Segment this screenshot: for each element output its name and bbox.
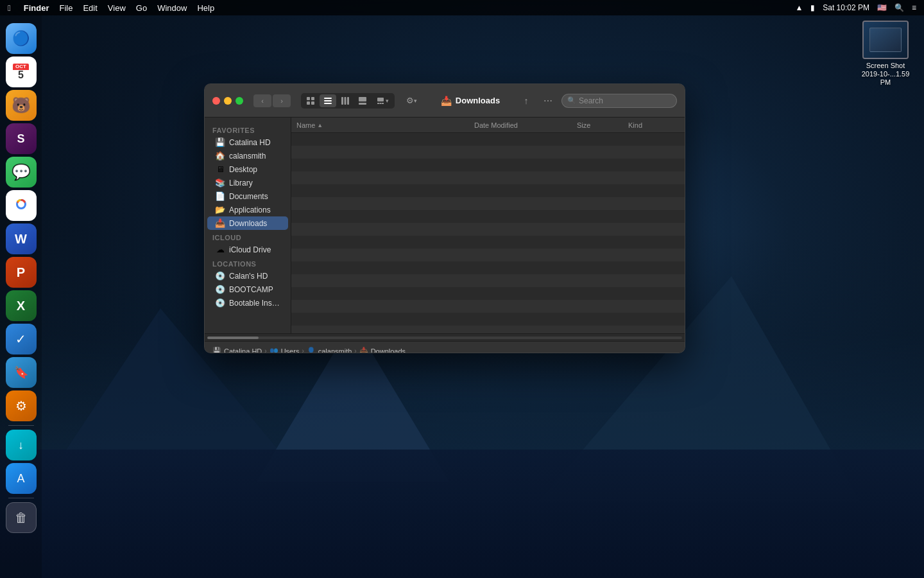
menubar-app-name[interactable]: Finder (24, 3, 49, 13)
control-center-icon[interactable]: ≡ (912, 3, 916, 12)
menubar-view[interactable]: View (108, 3, 126, 13)
word-icon: W (15, 232, 27, 247)
dock-item-excel[interactable]: X (6, 290, 37, 321)
desktop-icon-screenshot[interactable]: Screen Shot 2019-10-...1.59 PM (860, 21, 911, 87)
table-row (291, 210, 685, 223)
settings-button[interactable]: ⚙ ▾ (400, 94, 423, 107)
sidebar-item-icloud-drive[interactable]: ☁ iCloud Drive (207, 243, 288, 256)
menubar-help[interactable]: Help (197, 3, 214, 13)
bookmarks-icon: 🔖 (14, 365, 28, 380)
search-placeholder: Search (579, 96, 603, 105)
sidebar-item-applications[interactable]: 📂 Applications (207, 203, 288, 216)
dock-item-messages[interactable]: 💬 (6, 157, 37, 188)
excel-icon: X (17, 299, 25, 313)
svg-rect-4 (311, 97, 314, 100)
menubar-left:  Finder File Edit View Go Window Help (8, 3, 214, 13)
cover-flow-button[interactable] (354, 94, 371, 107)
search-menubar-icon[interactable]: 🔍 (894, 3, 904, 12)
dock-item-powerpoint[interactable]: P (6, 257, 37, 288)
dock-item-blender[interactable]: ⚙ (6, 390, 37, 421)
apple-menu[interactable]:  (8, 3, 11, 13)
breadcrumb-arrow-3: › (354, 347, 356, 353)
table-row (291, 133, 685, 146)
tag-button[interactable]: ⋯ (540, 94, 556, 107)
close-button[interactable] (212, 97, 220, 105)
table-row (291, 146, 685, 159)
size-column-header[interactable]: Size (577, 121, 628, 129)
battery-icon: ▮ (810, 3, 815, 12)
menubar-clock: Sat 10:02 PM (823, 3, 869, 12)
sidebar-item-calansmith[interactable]: 🏠 calansmith (207, 149, 288, 162)
kind-column-header[interactable]: Kind (628, 121, 680, 129)
disk-icon: 💿 (215, 271, 225, 281)
icloud-icon: ☁ (215, 245, 225, 254)
name-column-header[interactable]: Name ▲ (296, 121, 474, 129)
downloads-folder-icon: 📥 (441, 96, 452, 106)
menubar-go[interactable]: Go (136, 3, 147, 13)
catalina-hd-breadcrumb-icon: 💾 (212, 347, 221, 353)
breadcrumb-calansmith[interactable]: 👤 calansmith (307, 347, 352, 353)
dock-item-bear[interactable]: 🐻 (6, 90, 37, 121)
menubar-edit[interactable]: Edit (83, 3, 97, 13)
maximize-button[interactable] (235, 97, 243, 105)
sidebar-item-downloads[interactable]: 📥 Downloads (207, 216, 288, 230)
share-button[interactable]: ↑ (518, 94, 535, 107)
home-icon: 🏠 (215, 151, 225, 161)
list-view-button[interactable] (320, 94, 336, 107)
table-row (291, 197, 685, 210)
dock-item-trash[interactable]: 🗑 (6, 502, 37, 533)
dock-separator-2 (8, 498, 34, 498)
dock: 🔵 OCT 5 🐻 S 💬 (0, 15, 42, 578)
icon-view-button[interactable] (302, 94, 319, 107)
sidebar-item-calans-hd[interactable]: 💿 Calan's HD (207, 269, 288, 283)
desktop:  Finder File Edit View Go Window Help ▲… (0, 0, 924, 578)
search-bar[interactable]: 🔍 Search (561, 94, 677, 108)
table-row (291, 287, 685, 300)
breadcrumb-catalina-hd[interactable]: 💾 Catalina HD (212, 347, 262, 353)
breadcrumb-downloads[interactable]: 📥 Downloads (359, 347, 406, 353)
sidebar-item-documents[interactable]: 📄 Documents (207, 189, 288, 203)
dock-item-appstore[interactable]: A (6, 463, 37, 494)
svg-rect-12 (347, 97, 349, 105)
dock-item-airdrop[interactable]: ↓ (6, 430, 37, 460)
breadcrumb-users[interactable]: 👥 Users (270, 347, 300, 353)
sidebar-item-desktop[interactable]: 🖥 Desktop (207, 162, 288, 176)
horizontal-scrollbar[interactable] (205, 333, 685, 341)
chrome-icon (12, 195, 30, 216)
downloads-breadcrumb-icon: 📥 (359, 347, 368, 353)
minimize-button[interactable] (224, 97, 232, 105)
finder-window: ‹ › (204, 83, 685, 353)
tag-icon: ⋯ (543, 96, 552, 106)
dock-item-calendar[interactable]: OCT 5 (6, 57, 37, 87)
svg-rect-10 (341, 97, 343, 105)
dock-item-todo[interactable]: ✓ (6, 324, 37, 355)
sidebar-item-bootcamp[interactable]: 💿 BOOTCAMP (207, 283, 288, 296)
back-button[interactable]: ‹ (253, 94, 271, 107)
finder-statusbar: 💾 Catalina HD › 👥 Users › 👤 calansmith ›… (205, 341, 685, 353)
favorites-section-label: Favorites (205, 123, 291, 136)
share-icon: ↑ (524, 96, 529, 106)
svg-rect-11 (345, 97, 346, 105)
sidebar-item-catalina-hd[interactable]: 💾 Catalina HD (207, 136, 288, 149)
forward-button[interactable]: › (273, 94, 291, 107)
scrollbar-thumb[interactable] (207, 337, 259, 339)
navigation-buttons: ‹ › (253, 94, 291, 107)
dock-item-slack[interactable]: S (6, 123, 37, 154)
dock-item-word[interactable]: W (6, 223, 37, 254)
table-row (291, 171, 685, 184)
dock-item-finder[interactable]: 🔵 (6, 23, 37, 54)
sidebar-item-bootable-install[interactable]: 💿 Bootable Instal... (207, 296, 288, 310)
gallery-view-button[interactable]: ▾ (372, 94, 393, 107)
svg-point-2 (18, 201, 24, 207)
date-column-header[interactable]: Date Modified (474, 121, 577, 129)
column-view-button[interactable] (337, 94, 354, 107)
svg-rect-15 (377, 98, 384, 101)
breadcrumb-arrow-2: › (302, 347, 304, 353)
sidebar-item-library[interactable]: 📚 Library (207, 176, 288, 189)
menubar-file[interactable]: File (59, 3, 73, 13)
dock-separator (8, 425, 34, 426)
gear-icon: ⚙ (406, 96, 414, 105)
menubar-window[interactable]: Window (157, 3, 187, 13)
dock-item-bookmarks[interactable]: 🔖 (6, 357, 37, 388)
dock-item-chrome[interactable] (6, 190, 37, 221)
